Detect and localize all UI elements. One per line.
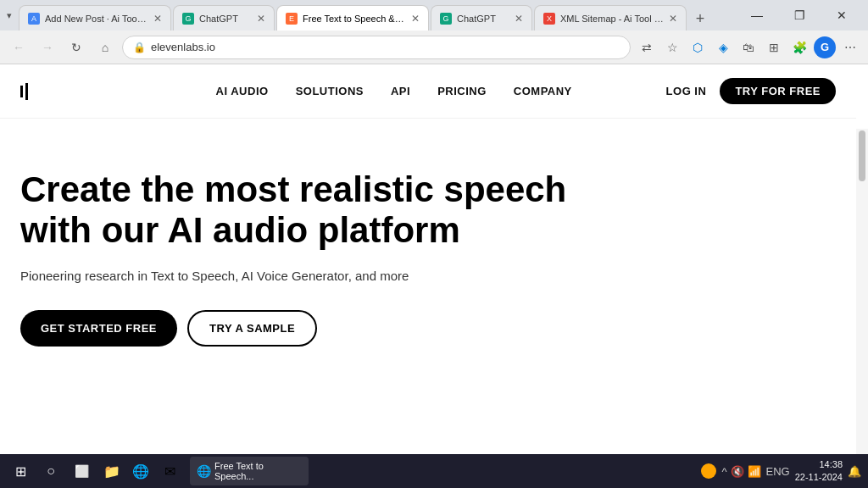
logo-bar-2 (25, 83, 28, 100)
close-button[interactable]: ✕ (822, 2, 861, 29)
hero-section: Create the most realistic speech with ou… (0, 119, 593, 380)
try-sample-button[interactable]: TRY A SAMPLE (187, 310, 317, 347)
taskbar-app-label: Free Text to Speech... (214, 461, 302, 481)
title-bar: ▾ A Add New Post · Ai Tool Hind... ✕ G C… (0, 0, 868, 30)
tab-chatgpt-2[interactable]: G ChatGPT ✕ (431, 5, 532, 30)
network-icon[interactable]: 📶 (748, 465, 761, 478)
logo-bar-1 (20, 86, 23, 97)
hero-buttons: GET STARTED FREE TRY A SAMPLE (20, 310, 573, 347)
content-area: AI AUDIO SOLUTIONS API PRICING COMPANY L… (0, 64, 868, 488)
tab-elevenlabs[interactable]: E Free Text to Speech & AI Vo... ✕ (276, 5, 429, 30)
start-button[interactable]: ⊞ (7, 458, 34, 485)
nav-ai-audio[interactable]: AI AUDIO (216, 85, 269, 97)
logo-icon (20, 83, 28, 100)
shopping-icon[interactable]: 🛍 (737, 36, 760, 58)
tab4-label: ChatGPT (457, 14, 509, 24)
tab2-close[interactable]: ✕ (257, 13, 265, 25)
website-content: AI AUDIO SOLUTIONS API PRICING COMPANY L… (0, 64, 856, 488)
nav-solutions[interactable]: SOLUTIONS (296, 85, 364, 97)
extensions-icon[interactable]: 🧩 (788, 36, 810, 58)
taskbar-chrome-app[interactable]: 🌐 Free Text to Speech... (190, 457, 309, 485)
taskbar-mail-icon[interactable]: ✉ (156, 458, 183, 485)
tab-xml-sitemap[interactable]: X XML Sitemap - Ai Tool Hindi ✕ (534, 5, 687, 30)
taskbar-files-icon[interactable]: 📁 (98, 458, 125, 485)
tab3-close[interactable]: ✕ (411, 13, 420, 25)
tab5-close[interactable]: ✕ (669, 13, 677, 25)
tab3-label: Free Text to Speech & AI Vo... (303, 14, 406, 24)
nav-company[interactable]: COMPANY (514, 85, 572, 97)
tab-chatgpt-1[interactable]: G ChatGPT ✕ (173, 5, 275, 30)
nav-api[interactable]: API (391, 85, 410, 97)
home-button[interactable]: ⌂ (93, 36, 117, 59)
address-input[interactable]: 🔒 elevenlabs.io (122, 36, 631, 59)
tab4-close[interactable]: ✕ (515, 13, 523, 25)
minimize-button[interactable]: — (737, 2, 776, 29)
tray-icons: ^ 🔇 📶 (721, 465, 760, 478)
taskbar-open-apps: 🌐 Free Text to Speech... (190, 457, 309, 485)
scrollbar-thumb[interactable] (859, 130, 865, 181)
scrollbar[interactable] (856, 129, 868, 488)
nav-links: AI AUDIO SOLUTIONS API PRICING COMPANY (216, 85, 572, 97)
notification-icon[interactable]: 🔔 (848, 465, 861, 478)
profile-avatar[interactable]: G (814, 36, 836, 58)
chrome-icon: 🌐 (197, 464, 211, 478)
bookmark-star-icon[interactable]: ☆ (661, 36, 683, 58)
settings-more-icon[interactable]: ⋯ (839, 36, 861, 58)
taskbar-status-dot (701, 463, 716, 479)
taskbar-pinned-icons: 📁 🌐 ✉ (98, 458, 183, 485)
tab-bar: A Add New Post · Ai Tool Hind... ✕ G Cha… (19, 0, 727, 30)
tab1-close[interactable]: ✕ (153, 13, 162, 25)
system-clock[interactable]: 14:38 22-11-2024 (795, 458, 843, 485)
browser-window: ▾ A Add New Post · Ai Tool Hind... ✕ G C… (0, 0, 868, 488)
hero-title: Create the most realistic speech with ou… (20, 169, 573, 252)
chevron-up-icon[interactable]: ^ (721, 465, 726, 478)
try-free-button[interactable]: TRY FOR FREE (720, 78, 836, 104)
task-view-button[interactable]: ⬜ (68, 458, 95, 485)
site-nav: AI AUDIO SOLUTIONS API PRICING COMPANY L… (0, 64, 856, 119)
address-text: elevenlabs.io (151, 41, 215, 53)
bing-icon[interactable]: ◈ (712, 36, 734, 58)
tab2-favicon: G (182, 13, 194, 25)
maximize-button[interactable]: ❐ (780, 2, 819, 29)
site-logo (20, 83, 28, 100)
clock-date: 22-11-2024 (795, 471, 843, 484)
search-button[interactable]: ○ (37, 458, 64, 485)
clock-time: 14:38 (795, 458, 843, 471)
window-controls: — ❐ ✕ (737, 2, 861, 29)
back-button[interactable]: ← (7, 36, 31, 59)
tab1-label: Add New Post · Ai Tool Hind... (45, 14, 148, 24)
taskbar: ⊞ ○ ⬜ 📁 🌐 ✉ 🌐 Free Text to Speech... ^ 🔇… (0, 454, 868, 488)
new-tab-button[interactable]: + (688, 7, 712, 30)
collections-icon[interactable]: ⊞ (763, 36, 785, 58)
tab-add-new-post[interactable]: A Add New Post · Ai Tool Hind... ✕ (19, 5, 171, 30)
address-bar: ← → ↻ ⌂ 🔒 elevenlabs.io ⇄ ☆ ⬡ ◈ 🛍 ⊞ 🧩 G … (0, 30, 868, 64)
tab2-label: ChatGPT (199, 14, 252, 24)
speaker-icon[interactable]: 🔇 (731, 465, 744, 478)
login-button[interactable]: LOG IN (666, 85, 707, 97)
taskbar-browser-icon[interactable]: 🌐 (127, 458, 154, 485)
tab4-favicon: G (440, 13, 452, 25)
edge-icon[interactable]: ⬡ (687, 36, 709, 58)
translate-icon[interactable]: ⇄ (636, 36, 658, 58)
language-label[interactable]: ENG (766, 465, 790, 478)
address-icons: ⇄ ☆ ⬡ ◈ 🛍 ⊞ 🧩 G ⋯ (636, 36, 861, 58)
get-started-button[interactable]: GET STARTED FREE (20, 310, 177, 347)
hero-subtitle: Pioneering research in Text to Speech, A… (20, 269, 573, 283)
tab3-favicon: E (286, 13, 298, 25)
lock-icon: 🔒 (133, 42, 146, 53)
forward-button[interactable]: → (36, 36, 59, 59)
taskbar-right: ^ 🔇 📶 ENG 14:38 22-11-2024 🔔 (701, 458, 861, 485)
nav-actions: LOG IN TRY FOR FREE (666, 78, 836, 104)
nav-pricing[interactable]: PRICING (437, 85, 487, 97)
tab1-favicon: A (28, 13, 40, 25)
reload-button[interactable]: ↻ (64, 36, 88, 59)
tab5-label: XML Sitemap - Ai Tool Hindi (560, 14, 664, 24)
tab5-favicon: X (543, 13, 555, 25)
